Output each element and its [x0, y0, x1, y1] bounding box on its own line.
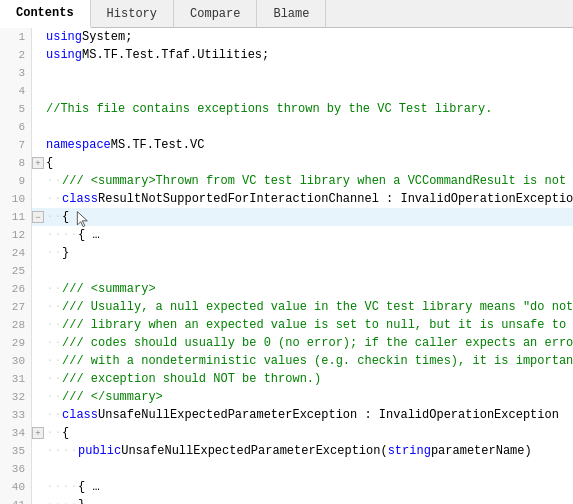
table-row: ··/// </summary> [32, 388, 573, 406]
line-number: 40 [0, 478, 31, 496]
indent-dot: · [54, 280, 62, 298]
tab-blame[interactable]: Blame [257, 0, 326, 27]
indent-dot: · [46, 352, 54, 370]
code-token: } [62, 244, 69, 262]
table-row: using MS.TF.Test.Tfaf.Utilities; [32, 46, 573, 64]
code-token: /// with a nondeterministic values (e.g.… [62, 352, 573, 370]
code-token: UnsafeNullExpectedParameterException( [121, 442, 387, 460]
indent-dot: · [62, 226, 70, 244]
line-number: 33 [0, 406, 31, 424]
line-number: 2 [0, 46, 31, 64]
indent-dot: · [54, 244, 62, 262]
table-row: ····{ … [32, 478, 573, 496]
table-row: ··/// <summary> [32, 280, 573, 298]
line-number: 26 [0, 280, 31, 298]
indent-dot: · [54, 334, 62, 352]
indent-dot: · [70, 226, 78, 244]
code-token: namespace [46, 136, 111, 154]
indent-dot: · [70, 478, 78, 496]
indent-guides: ·· [32, 190, 62, 208]
tab-compare[interactable]: Compare [174, 0, 257, 27]
table-row: ··class ResultNotSupportedForInteraction… [32, 190, 573, 208]
indent-dot: · [54, 352, 62, 370]
code-token: using [46, 46, 82, 64]
indent-dot: · [46, 208, 54, 226]
table-row: namespace MS.TF.Test.VC [32, 136, 573, 154]
indent-guides: ···· [32, 226, 78, 244]
line-number: 41 [0, 496, 31, 504]
line-number: 9 [0, 172, 31, 190]
indent-dot: · [46, 172, 54, 190]
line-number: 32 [0, 388, 31, 406]
code-token: { [62, 208, 69, 226]
code-token: /// </summary> [62, 388, 163, 406]
indent-guides: ·· [32, 370, 62, 388]
indent-guides: ·· [32, 280, 62, 298]
tab-contents[interactable]: Contents [0, 0, 91, 28]
line-number: 5 [0, 100, 31, 118]
line-number: 31 [0, 370, 31, 388]
expand-icon[interactable]: + [32, 427, 44, 439]
indent-dot: · [54, 208, 62, 226]
line-number: 24 [0, 244, 31, 262]
table-row: ··/// library when an expected value is … [32, 316, 573, 334]
indent-dot: · [46, 298, 54, 316]
indent-guides: ·· [32, 334, 62, 352]
code-token: class [62, 190, 98, 208]
indent-guides: ···· [32, 442, 78, 460]
line-number: 6 [0, 118, 31, 136]
line-number: 27 [0, 298, 31, 316]
line-number: 12 [0, 226, 31, 244]
collapse-icon[interactable]: − [32, 211, 44, 223]
indent-guides: +·· [32, 424, 62, 442]
table-row: ··/// exception should NOT be thrown.) [32, 370, 573, 388]
table-row: ····public UnsafeNullExpectedParameterEx… [32, 442, 573, 460]
table-row: ··/// codes should usually be 0 (no erro… [32, 334, 573, 352]
tab-bar: Contents History Compare Blame [0, 0, 573, 28]
code-token: ResultNotSupportedForInteractionChannel … [98, 190, 573, 208]
line-number: 36 [0, 460, 31, 478]
code-token: /// <summary> [62, 280, 156, 298]
indent-guides: ·· [32, 406, 62, 424]
indent-dot: · [46, 442, 54, 460]
line-number: 35 [0, 442, 31, 460]
table-row: +{ [32, 154, 573, 172]
indent-dot: · [46, 406, 54, 424]
code-token: string [388, 442, 431, 460]
indent-dot: · [54, 226, 62, 244]
code-content[interactable]: using System;using MS.TF.Test.Tfaf.Utili… [32, 28, 573, 504]
line-number: 30 [0, 352, 31, 370]
indent-dot: · [46, 244, 54, 262]
indent-dot: · [54, 424, 62, 442]
line-number: 28 [0, 316, 31, 334]
indent-dot: · [54, 172, 62, 190]
table-row: ··class UnsafeNullExpectedParameterExcep… [32, 406, 573, 424]
expand-icon[interactable]: + [32, 157, 44, 169]
line-number: 3 [0, 64, 31, 82]
code-token: System; [82, 28, 132, 46]
table-row [32, 460, 573, 478]
code-token: MS.TF.Test.Tfaf.Utilities; [82, 46, 269, 64]
code-token: /// codes should usually be 0 (no error)… [62, 334, 573, 352]
indent-dot: · [46, 388, 54, 406]
table-row: using System; [32, 28, 573, 46]
table-row [32, 64, 573, 82]
code-token: //This file contains exceptions thrown b… [46, 100, 492, 118]
code-token: /// Usually, a null expected value in th… [62, 298, 573, 316]
code-token: } [78, 496, 85, 504]
table-row: ····} [32, 496, 573, 504]
indent-dot: · [62, 478, 70, 496]
indent-dot: · [54, 478, 62, 496]
table-row: ··/// with a nondeterministic values (e.… [32, 352, 573, 370]
indent-dot: · [46, 496, 54, 504]
table-row: −··{ [32, 208, 573, 226]
indent-dot: · [54, 406, 62, 424]
indent-dot: · [62, 496, 70, 504]
code-token: parameterName) [431, 442, 532, 460]
code-token: MS.TF.Test.VC [111, 136, 205, 154]
indent-dot: · [46, 226, 54, 244]
table-row: //This file contains exceptions thrown b… [32, 100, 573, 118]
tab-history[interactable]: History [91, 0, 174, 27]
code-token: /// exception should NOT be thrown.) [62, 370, 321, 388]
table-row: ··/// <summary>Thrown from VC test libra… [32, 172, 573, 190]
